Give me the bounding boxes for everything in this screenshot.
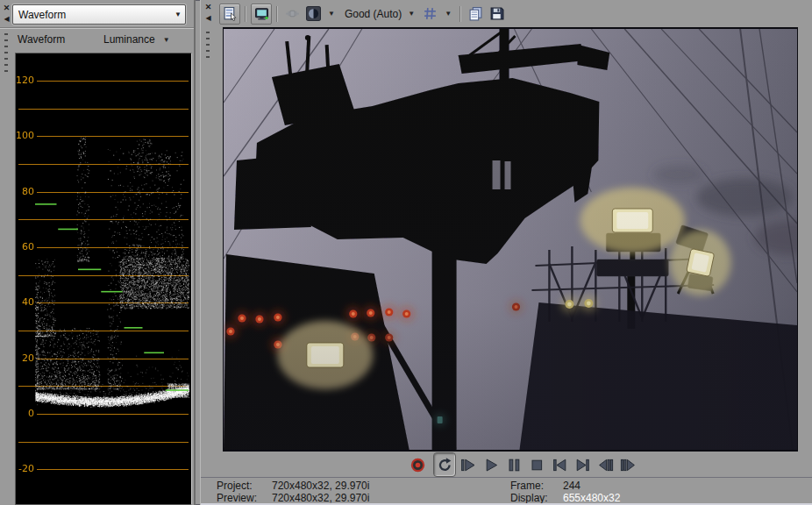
project-value: 720x480x32, 29.970i xyxy=(272,480,369,492)
video-content xyxy=(224,29,797,450)
external-monitor-icon xyxy=(254,6,269,21)
overlay-grid-button[interactable] xyxy=(420,4,439,24)
next-frame-button[interactable] xyxy=(617,453,638,476)
preview-toolbar: ▼Good (Auto)▼▼ xyxy=(218,3,507,25)
application-window: ✕ ◀ Waveform ▼ Waveform Luminance ▼ ✕ ◀ … xyxy=(0,0,812,505)
display-value: 655x480x32 xyxy=(563,492,620,504)
previous-frame-button[interactable] xyxy=(595,453,616,476)
video-preview-panel: ✕ ◀ ▼Good (Auto)▼▼ xyxy=(200,0,812,505)
chevron-down-icon: ▼ xyxy=(163,36,170,44)
display-label: Display: xyxy=(510,492,548,504)
video-display xyxy=(223,27,798,452)
previous-frame-icon xyxy=(596,457,615,473)
chevron-down-icon: ▼ xyxy=(403,10,419,18)
loop-playback-button[interactable] xyxy=(433,452,456,477)
project-video-properties-button[interactable] xyxy=(219,4,240,25)
waveform-scope-canvas xyxy=(16,53,191,504)
video-output-fx-button[interactable] xyxy=(282,4,302,24)
close-icon[interactable]: ✕ xyxy=(2,4,11,13)
go-to-end-button[interactable] xyxy=(572,453,593,476)
transport-controls xyxy=(201,452,812,478)
divider xyxy=(0,27,195,29)
project-video-properties-icon xyxy=(223,6,238,21)
frame-value: 244 xyxy=(563,480,581,492)
scope-type-dropdown[interactable]: Waveform ▼ xyxy=(12,4,186,25)
chevron-down-icon: ▼ xyxy=(171,11,185,18)
preview-quality-dropdown[interactable]: Good (Auto)▼ xyxy=(339,8,419,20)
close-icon[interactable]: ✕ xyxy=(203,3,213,12)
pause-button[interactable] xyxy=(503,453,524,476)
scope-type-value: Waveform xyxy=(13,9,171,21)
waveform-scope xyxy=(15,53,192,505)
panel-grip[interactable] xyxy=(206,32,210,61)
overlay-grid-icon xyxy=(423,6,438,21)
toolbar-separator xyxy=(245,6,246,22)
external-monitor-button[interactable] xyxy=(251,4,272,25)
toolbar-separator xyxy=(459,6,461,22)
dusk-overlay xyxy=(224,29,797,450)
save-snapshot-icon xyxy=(489,6,504,21)
stop-icon xyxy=(528,457,546,473)
overlay-options-chevron-down-icon[interactable]: ▼ xyxy=(440,10,456,18)
go-to-end-icon xyxy=(573,457,592,473)
play-from-start-icon xyxy=(459,457,478,473)
scope-header: Waveform Luminance ▼ xyxy=(0,32,195,49)
play-from-start-button[interactable] xyxy=(458,453,479,476)
copy-snapshot-button[interactable] xyxy=(466,4,485,24)
record-icon xyxy=(409,457,427,473)
collapse-panel-icon[interactable]: ◀ xyxy=(2,14,11,24)
record-button[interactable] xyxy=(407,453,428,476)
go-to-start-button[interactable] xyxy=(549,453,570,476)
video-scopes-panel: ✕ ◀ Waveform ▼ Waveform Luminance ▼ xyxy=(0,0,195,505)
play-button[interactable] xyxy=(481,453,502,476)
collapse-panel-icon[interactable]: ◀ xyxy=(203,13,213,23)
status-bar: Project: 720x480x32, 29.970i Preview: 72… xyxy=(201,478,812,503)
scope-title: Waveform xyxy=(18,33,65,46)
preview-quality-label: Good (Auto) xyxy=(339,8,403,20)
preview-label: Preview: xyxy=(217,492,257,504)
play-icon xyxy=(482,457,501,473)
preview-value: 720x480x32, 29.970i xyxy=(272,492,369,504)
luminance-value: Luminance xyxy=(103,33,155,46)
stop-button[interactable] xyxy=(526,453,547,476)
split-screen-view-button[interactable] xyxy=(303,4,323,24)
video-output-fx-icon xyxy=(285,6,300,21)
luminance-dropdown[interactable]: Luminance ▼ xyxy=(103,33,170,46)
split-screen-view-icon xyxy=(306,6,321,21)
split-screen-options-chevron-down-icon[interactable]: ▼ xyxy=(324,10,339,18)
loop-playback-icon xyxy=(436,457,454,473)
project-label: Project: xyxy=(217,480,253,492)
go-to-start-icon xyxy=(551,457,569,473)
save-snapshot-button[interactable] xyxy=(487,4,506,24)
frame-label: Frame: xyxy=(510,480,544,492)
panel-divider[interactable] xyxy=(194,0,196,505)
next-frame-icon xyxy=(619,457,637,473)
toolbar-separator xyxy=(276,6,278,22)
pause-icon xyxy=(505,457,524,473)
copy-snapshot-icon xyxy=(468,6,483,21)
